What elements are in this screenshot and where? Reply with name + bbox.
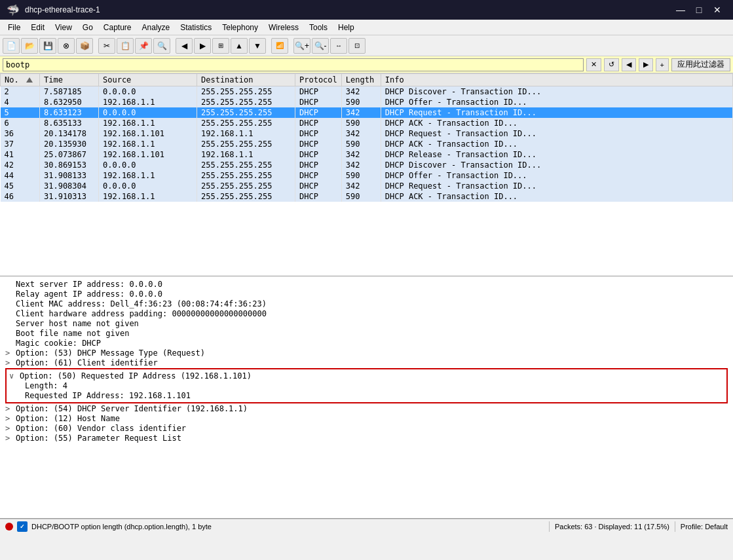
- toolbar-close[interactable]: ⊗: [58, 38, 75, 54]
- expand-arrow-icon[interactable]: ∨: [9, 371, 20, 381]
- title-bar-left: 🦈 dhcp-ethereal-trace-1: [7, 4, 100, 16]
- toolbar-back[interactable]: ◀: [176, 38, 193, 54]
- toolbar-new[interactable]: 📄: [3, 38, 20, 54]
- close-button[interactable]: ✕: [708, 0, 726, 20]
- title-bar: 🦈 dhcp-ethereal-trace-1 — □ ✕: [0, 0, 733, 20]
- collapse-arrow-icon[interactable]: >: [5, 434, 16, 443]
- table-row[interactable]: 4431.908133192.168.1.1255.255.255.255DHC…: [1, 170, 733, 181]
- collapse-arrow-icon[interactable]: >: [5, 348, 16, 358]
- detail-line: >Option: (12) Host Name: [5, 414, 728, 423]
- detail-line: >Next server IP address: 0.0.0.0: [5, 280, 728, 289]
- toolbar-forward[interactable]: ▶: [194, 38, 211, 54]
- detail-line: >Option: (61) Client identifier: [5, 358, 728, 367]
- detail-line-child: Length: 4: [9, 381, 724, 390]
- table-row[interactable]: 4631.910313192.168.1.1255.255.255.255DHC…: [1, 191, 733, 202]
- packet-table: No. Time Source Destination Protocol Len…: [0, 73, 733, 202]
- detail-text: Client hardware address padding: 0000000…: [16, 309, 728, 318]
- filter-clear-button[interactable]: ✕: [586, 58, 601, 71]
- filter-arrow-right[interactable]: ▶: [639, 58, 653, 71]
- table-row[interactable]: 4230.8691530.0.0.0255.255.255.255DHCP342…: [1, 160, 733, 170]
- toolbar-down[interactable]: ▼: [249, 38, 266, 54]
- toolbar-reload[interactable]: 📦: [76, 38, 93, 54]
- menu-item-go[interactable]: Go: [77, 22, 98, 33]
- window-title: dhcp-ethereal-trace-1: [25, 5, 100, 14]
- highlighted-option: ∨Option: (50) Requested IP Address (192.…: [5, 368, 728, 403]
- table-row[interactable]: 4531.9083040.0.0.0255.255.255.255DHCP342…: [1, 181, 733, 191]
- filter-arrow-left[interactable]: ◀: [622, 58, 636, 71]
- detail-text: Option: (50) Requested IP Address (192.1…: [20, 371, 724, 381]
- detail-text: Server host name not given: [16, 319, 728, 328]
- toolbar-copy[interactable]: 📋: [117, 38, 134, 54]
- collapse-arrow-icon[interactable]: >: [5, 424, 16, 433]
- toolbar-zoom-in[interactable]: 🔍+: [293, 38, 310, 54]
- detail-line: >Option: (54) DHCP Server Identifier (19…: [5, 404, 728, 413]
- minimize-button[interactable]: —: [671, 0, 690, 20]
- menu-item-wireless[interactable]: Wireless: [263, 22, 304, 33]
- detail-text: Next server IP address: 0.0.0.0: [16, 280, 728, 289]
- table-row[interactable]: 4125.073867192.168.1.101192.168.1.1DHCP3…: [1, 149, 733, 160]
- detail-text: Client MAC address: Dell_4f:36:23 (00:08…: [16, 299, 728, 308]
- col-header-info: Info: [381, 74, 732, 86]
- detail-text: Length: 4: [25, 381, 724, 390]
- col-header-protocol: Protocol: [295, 74, 342, 86]
- filter-plus-button[interactable]: +: [656, 58, 669, 71]
- menu-item-help[interactable]: Help: [333, 22, 360, 33]
- collapse-arrow-icon[interactable]: >: [5, 414, 16, 423]
- detail-text: Requested IP Address: 192.168.1.101: [25, 391, 724, 400]
- menu-item-tools[interactable]: Tools: [304, 22, 333, 33]
- toolbar-goto[interactable]: ⊞: [212, 38, 229, 54]
- detail-line: >Relay agent IP address: 0.0.0.0: [5, 289, 728, 299]
- status-left: ✓ DHCP/BOOTP option length (dhcp.option.…: [0, 521, 549, 532]
- packet-list[interactable]: No. Time Source Destination Protocol Len…: [0, 73, 733, 276]
- status-packets: Packets: 63 · Displayed: 11 (17.5%): [555, 523, 669, 531]
- detail-line: >Client MAC address: Dell_4f:36:23 (00:0…: [5, 299, 728, 308]
- detail-text: Option: (54) DHCP Server Identifier (192…: [16, 404, 728, 413]
- menu-item-file[interactable]: File: [3, 22, 26, 33]
- app-icon: 🦈: [7, 4, 20, 16]
- toolbar-capture[interactable]: 📶: [271, 38, 288, 54]
- menu-item-statistics[interactable]: Statistics: [175, 22, 217, 33]
- toolbar-paste[interactable]: 📌: [135, 38, 152, 54]
- col-header-length: Length: [341, 74, 381, 86]
- menu-item-view[interactable]: View: [50, 22, 77, 33]
- toolbar-find[interactable]: 🔍: [153, 38, 170, 54]
- table-row[interactable]: 3620.134178192.168.1.101192.168.1.1DHCP3…: [1, 128, 733, 139]
- status-message: DHCP/BOOTP option length (dhcp.option.le…: [31, 523, 212, 531]
- table-row[interactable]: 68.635133192.168.1.1255.255.255.255DHCP5…: [1, 118, 733, 128]
- col-header-no: No.: [1, 74, 40, 86]
- col-header-time: Time: [40, 74, 99, 86]
- table-row[interactable]: 3720.135930192.168.1.1255.255.255.255DHC…: [1, 139, 733, 149]
- table-row[interactable]: 48.632950192.168.1.1255.255.255.255DHCP5…: [1, 97, 733, 107]
- packet-rows: 27.5871850.0.0.0255.255.255.255DHCP342DH…: [1, 86, 733, 202]
- detail-pane[interactable]: >Next server IP address: 0.0.0.0>Relay a…: [0, 276, 733, 519]
- menu-item-capture[interactable]: Capture: [98, 22, 137, 33]
- title-bar-controls: — □ ✕: [671, 0, 726, 20]
- menu-item-telephony[interactable]: Telephony: [217, 22, 263, 33]
- detail-line: >Option: (53) DHCP Message Type (Request…: [5, 348, 728, 358]
- table-row[interactable]: 27.5871850.0.0.0255.255.255.255DHCP342DH…: [1, 86, 733, 98]
- detail-line: ∨Option: (50) Requested IP Address (192.…: [9, 371, 724, 381]
- table-row[interactable]: 58.6331230.0.0.0255.255.255.255DHCP342DH…: [1, 107, 733, 118]
- toolbar-zoom-fit[interactable]: ↔: [330, 38, 347, 54]
- menu-item-analyze[interactable]: Analyze: [137, 22, 176, 33]
- status-divider: [675, 521, 675, 532]
- status-icon-red: [5, 523, 13, 531]
- toolbar-zoom-reset[interactable]: ⊡: [348, 38, 366, 54]
- collapse-arrow-icon[interactable]: >: [5, 358, 16, 367]
- filter-input[interactable]: [3, 58, 584, 71]
- toolbar-zoom-out[interactable]: 🔍-: [312, 38, 329, 54]
- menu-item-edit[interactable]: Edit: [26, 22, 50, 33]
- collapse-arrow-icon[interactable]: >: [5, 404, 16, 413]
- table-header: No. Time Source Destination Protocol Len…: [1, 74, 733, 86]
- toolbar-open[interactable]: 📂: [21, 38, 38, 54]
- toolbar-save[interactable]: 💾: [39, 38, 56, 54]
- maximize-button[interactable]: □: [690, 0, 708, 20]
- filter-reload-button[interactable]: ↺: [604, 58, 619, 71]
- col-header-destination: Destination: [197, 74, 295, 86]
- detail-text: Magic cookie: DHCP: [16, 339, 728, 348]
- status-right: Packets: 63 · Displayed: 11 (17.5%) Prof…: [549, 521, 733, 532]
- filter-apply-button[interactable]: 应用此过滤器: [671, 58, 730, 71]
- toolbar-cut[interactable]: ✂: [98, 38, 115, 54]
- detail-line: >Option: (55) Parameter Request List: [5, 434, 728, 443]
- toolbar-up[interactable]: ▲: [231, 38, 248, 54]
